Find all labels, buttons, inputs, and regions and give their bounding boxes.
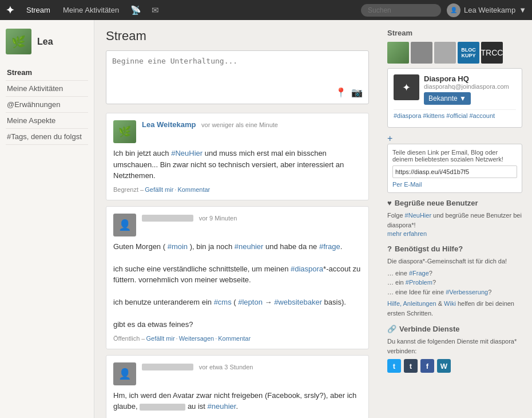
neuhier-hashtag-link[interactable]: #NeuHier [405, 212, 431, 219]
right-stream-title: Stream [387, 29, 522, 37]
hashtag[interactable]: #websitebaker [274, 298, 322, 306]
greet-desc: Folge #NeuHier und begrüße neue Benutzer… [387, 211, 522, 230]
greet-section: ♥ Begrüße neue Benutzer Folge #NeuHier u… [387, 199, 522, 238]
post-header: 👤 vor 9 Minuten [113, 214, 362, 236]
diaspora-name: Diaspora HQ [424, 74, 509, 83]
sidebar-item-aspects[interactable]: Meine Aspekte [6, 113, 88, 129]
wordpress-icon[interactable]: W [437, 359, 451, 373]
tumblr-icon[interactable]: t [404, 359, 418, 373]
like-action[interactable]: Gefällt mir [145, 186, 173, 193]
post-box-icons: 📍 📷 [112, 87, 363, 98]
sidebar-item-tags[interactable]: #Tags, denen du folgst [6, 129, 88, 145]
verbesserung-link[interactable]: #Verbesserung [446, 289, 488, 295]
mail-icon[interactable]: ✉ [149, 4, 161, 17]
post-item: 👤 vor etwa 3 Stunden Hm, ich werd den Av… [106, 355, 369, 419]
post-actions: Begrenzt – Gefällt mir · Kommentar [113, 186, 362, 193]
post-avatar: 👤 [113, 362, 136, 385]
help-items: … eine #Frage? … ein #Problem? … eine Id… [387, 269, 522, 297]
post-visibility: Öffentlich – [113, 335, 145, 342]
frage-link[interactable]: #Frage [409, 270, 429, 277]
post-author[interactable] [142, 214, 193, 222]
stream-thumb-5: TRCC [481, 42, 503, 64]
post-compose-box: 📍 📷 [106, 50, 369, 104]
post-textarea[interactable] [112, 57, 363, 85]
hashtag[interactable]: #neuhier [208, 402, 236, 411]
hashtag[interactable]: #cms [214, 298, 232, 306]
reshare-action[interactable]: Weitersagen [179, 335, 215, 342]
hashtag[interactable]: #NeuHier [171, 149, 203, 157]
diaspora-hq-card: ✦ Diaspora HQ diasporahq@joindiaspora.co… [387, 68, 522, 128]
post-avatar: 👤 [113, 214, 136, 236]
hashtag[interactable]: #frage [319, 242, 340, 251]
hashtag[interactable]: #diaspora [291, 265, 323, 273]
top-navigation: ✦ Stream Meine Aktivitäten 📡 ✉ 👤 Lea Wei… [0, 0, 532, 20]
diaspora-info: Diaspora HQ diasporahq@joindiaspora.com … [424, 74, 509, 105]
greet-more-link[interactable]: mehr erfahren [387, 230, 427, 237]
sidebar-username: Lea [37, 37, 53, 47]
post-author[interactable]: Lea Weitekamp [142, 120, 196, 129]
search-input[interactable] [361, 4, 441, 17]
hashtag[interactable]: #moin [168, 242, 188, 251]
per-email-link[interactable]: Per E-Mail [392, 181, 422, 188]
sidebar-user: 🌿 Lea [6, 29, 88, 54]
sidebar-item-stream[interactable]: Stream [6, 65, 88, 81]
right-sidebar: Stream BLOCKUPY TRCC ✦ Diaspora HQ diasp… [380, 20, 529, 418]
username-label: Lea Weitekamp [464, 6, 515, 14]
post-visibility: Begrenzt – [113, 186, 144, 193]
post-text: Ich bin jetzt auch #NeuHier und muss mic… [113, 148, 362, 182]
greet-heading: ♥ Begrüße neue Benutzer [387, 199, 522, 207]
help-section: ? Benötigst du Hilfe? Die diaspora*-Geme… [387, 245, 522, 318]
hashtag[interactable]: #lepton [238, 298, 263, 306]
share-desc: Teile diesen Link per Email, Blog oder d… [392, 149, 517, 163]
diaspora-card-header: ✦ Diaspora HQ diasporahq@joindiaspora.co… [394, 74, 516, 105]
post-header: 🌿 Lea Weitekamp vor weniger als eine Min… [113, 120, 362, 143]
nav-stream[interactable]: Stream [23, 5, 54, 15]
broadcast-icon[interactable]: 📡 [128, 4, 144, 17]
diaspora-hashtags: #diaspora #kittens #official #account [394, 109, 516, 121]
share-box: Teile diesen Link per Email, Blog oder d… [387, 144, 522, 193]
post-text: Hm, ich werd den Avatar zwar nicht freig… [113, 390, 362, 419]
wiki-link[interactable]: Wiki [444, 300, 456, 307]
sidebar-avatar: 🌿 [6, 29, 31, 54]
stream-thumb-3 [434, 42, 456, 64]
question-icon: ? [387, 245, 392, 253]
connect-section: 🔗 Verbinde Dienste Du kannst die folgend… [387, 325, 522, 373]
twitter-icon[interactable]: t [387, 359, 401, 373]
diaspora-logo: ✦ [394, 74, 419, 100]
camera-icon[interactable]: 📷 [351, 87, 363, 98]
stream-thumb-2 [411, 42, 432, 64]
post-author[interactable] [142, 362, 193, 371]
comment-action[interactable]: Kommentar [177, 186, 210, 193]
sidebar-item-mentions[interactable]: @Erwähnungen [6, 97, 88, 113]
post-time: vor 9 Minuten [199, 215, 237, 222]
hashtag[interactable]: #neuhier [235, 242, 264, 251]
share-url-input[interactable] [392, 165, 517, 178]
pin-icon[interactable]: 📍 [335, 87, 347, 98]
connect-heading: 🔗 Verbinde Dienste [387, 325, 522, 333]
facebook-icon[interactable]: f [420, 359, 434, 373]
problem-link[interactable]: #Problem [406, 279, 432, 286]
dropdown-arrow-icon: ▼ [519, 6, 526, 14]
user-menu[interactable]: 👤 Lea Weitekamp ▼ [447, 3, 526, 17]
page-title: Stream [106, 29, 369, 44]
sidebar-menu: Stream Meine Aktivitäten @Erwähnungen Me… [6, 65, 88, 145]
nav-activities[interactable]: Meine Aktivitäten [59, 5, 122, 15]
add-icon[interactable]: + [387, 133, 392, 143]
post-text: Guten Morgen ( #moin ), bin ja noch #neu… [113, 241, 362, 330]
help-link[interactable]: Hilfe, Anleitungen [387, 300, 436, 307]
stream-thumb-4: BLOCKUPY [458, 42, 479, 64]
bekannte-button[interactable]: Bekannte ▼ [424, 92, 471, 105]
sidebar-item-activities[interactable]: Meine Aktivitäten [6, 81, 88, 97]
post-item: 🌿 Lea Weitekamp vor weniger als eine Min… [106, 113, 369, 200]
diaspora-email: diasporahq@joindiaspora.com [424, 83, 509, 90]
social-icons: t t f W [387, 359, 522, 373]
help-desc: Die diaspora*-Gemeinschaft ist für dich … [387, 257, 522, 266]
help-heading: ? Benötigst du Hilfe? [387, 245, 522, 253]
post-time: vor etwa 3 Stunden [199, 364, 253, 370]
like-action[interactable]: Gefällt mir [146, 335, 174, 342]
connect-desc: Du kannst die folgenden Dienste mit dias… [387, 337, 522, 356]
post-item: 👤 vor 9 Minuten Guten Morgen ( #moin ), … [106, 206, 369, 349]
comment-action[interactable]: Kommentar [218, 335, 251, 342]
post-meta: Lea Weitekamp vor weniger als eine Minut… [142, 120, 362, 143]
post-actions: Öffentlich – Gefällt mir · Weitersagen ·… [113, 335, 362, 342]
